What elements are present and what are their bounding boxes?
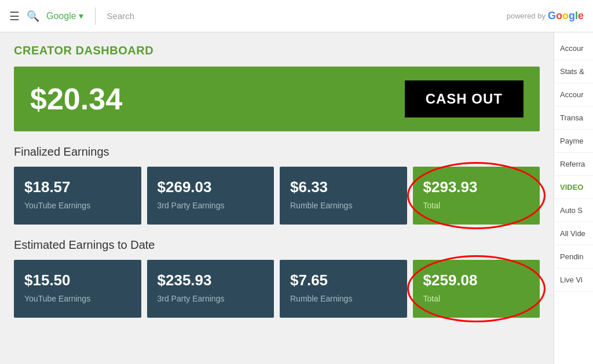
nav-divider — [95, 8, 96, 25]
finalized-card-3: $293.93 Total — [413, 167, 540, 225]
sidebar-item-3[interactable]: Transa — [554, 106, 593, 130]
search-icon: 🔍 — [27, 10, 39, 23]
navbar-right: powered by Google — [507, 10, 584, 22]
estimated-card-3: $259.08 Total — [413, 260, 540, 318]
finalized-card-0: $18.57 YouTube Earnings — [14, 167, 141, 225]
estimated-card-0: $15.50 YouTube Earnings — [14, 260, 141, 318]
card-label: YouTube Earnings — [24, 201, 131, 210]
sidebar-item-10[interactable]: Live Vi — [554, 269, 593, 292]
finalized-card-1: $269.03 3rd Party Earnings — [147, 167, 274, 225]
estimated-section-title: Estimated Earnings to Date — [14, 238, 540, 252]
content-area: CREATOR DASHBOARD $20.34 CASH OUT Finali… — [0, 32, 554, 364]
card-amount: $18.57 — [24, 178, 131, 196]
sidebar-item-0[interactable]: Accour — [554, 37, 593, 60]
google-logo: Google — [548, 10, 584, 22]
finalized-card-2: $6.33 Rumble Earnings — [280, 167, 407, 225]
sidebar-item-8[interactable]: All Vide — [554, 222, 593, 245]
card-amount: $6.33 — [290, 178, 397, 196]
card-amount: $293.93 — [423, 178, 530, 196]
sidebar-item-9[interactable]: Pendin — [554, 245, 593, 269]
navbar-left: ☰ 🔍 Google ▾ Search — [9, 8, 134, 25]
finalized-section-title: Finalized Earnings — [14, 145, 540, 159]
google-dropdown[interactable]: Google ▾ — [46, 10, 83, 21]
card-label: Rumble Earnings — [290, 201, 397, 210]
card-label: Total — [423, 201, 530, 210]
sidebar-item-7[interactable]: Auto S — [554, 199, 593, 222]
navbar: ☰ 🔍 Google ▾ Search powered by Google — [0, 0, 593, 32]
main-wrapper: CREATOR DASHBOARD $20.34 CASH OUT Finali… — [0, 32, 593, 364]
estimated-card-1: $235.93 3rd Party Earnings — [147, 260, 274, 318]
card-label: 3rd Party Earnings — [158, 201, 264, 210]
powered-by-text: powered by — [507, 12, 546, 20]
card-amount: $269.03 — [158, 178, 264, 196]
dashboard-title: CREATOR DASHBOARD — [14, 44, 540, 57]
card-amount: $15.50 — [24, 271, 131, 289]
chevron-down-icon: ▾ — [79, 10, 83, 21]
sidebar-item-1[interactable]: Stats & — [554, 60, 593, 83]
card-amount: $235.93 — [158, 271, 264, 289]
card-label: 3rd Party Earnings — [158, 294, 264, 303]
card-amount: $259.08 — [423, 271, 530, 289]
sidebar-item-5[interactable]: Referra — [554, 153, 593, 176]
search-text[interactable]: Search — [107, 11, 135, 21]
sidebar-item-2[interactable]: Accour — [554, 83, 593, 106]
card-label: Rumble Earnings — [290, 294, 397, 303]
finalized-cards-grid: $18.57 YouTube Earnings $269.03 3rd Part… — [14, 167, 540, 225]
sidebar-item-6[interactable]: VIDEO — [554, 176, 593, 199]
google-label: Google — [46, 11, 76, 21]
cashout-button[interactable]: CASH OUT — [405, 80, 524, 117]
balance-banner: $20.34 CASH OUT — [14, 67, 540, 131]
hamburger-icon[interactable]: ☰ — [9, 9, 20, 23]
sidebar-item-4[interactable]: Payme — [554, 130, 593, 153]
balance-amount: $20.34 — [30, 82, 122, 116]
card-label: Total — [423, 294, 530, 303]
estimated-cards-grid: $15.50 YouTube Earnings $235.93 3rd Part… — [14, 260, 540, 318]
sidebar: AccourStats &AccourTransaPaymeReferraVID… — [554, 32, 593, 364]
estimated-card-2: $7.65 Rumble Earnings — [280, 260, 407, 318]
card-label: YouTube Earnings — [24, 294, 131, 303]
card-amount: $7.65 — [290, 271, 397, 289]
